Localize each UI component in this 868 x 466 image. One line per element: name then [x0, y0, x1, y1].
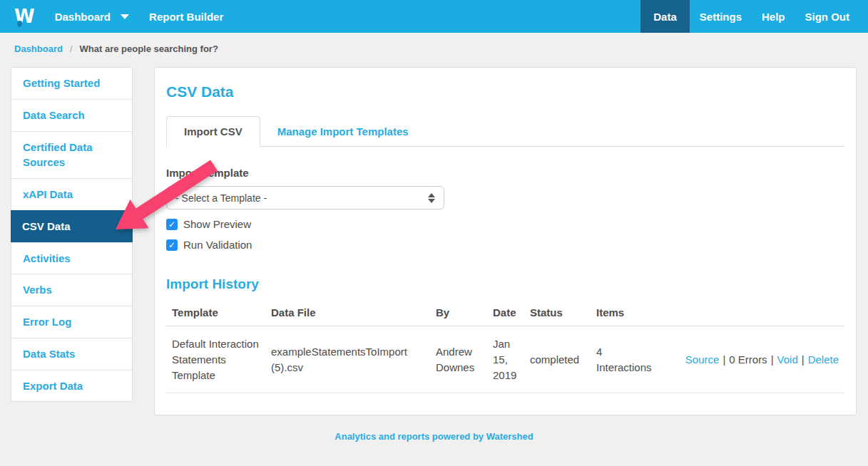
- row-actions-cell: Source|0 Errors|Void|Delete: [658, 326, 844, 393]
- nav-item-data-label: Data: [653, 11, 677, 23]
- data-sidebar: Getting Started Data Search Certified Da…: [11, 67, 133, 402]
- page-title: CSV Data: [166, 83, 844, 100]
- template-select-value: - Select a Template -: [175, 192, 267, 204]
- row-items-cell: 4 Interactions: [591, 326, 658, 393]
- top-navbar: W Dashboard Report Builder Data Settings…: [0, 0, 868, 33]
- nav-item-data[interactable]: Data: [640, 0, 690, 33]
- row-by-cell: Andrew Downes: [430, 326, 487, 393]
- errors-count-text: 0 Errors: [729, 353, 767, 366]
- select-stepper-icon: [428, 193, 435, 203]
- source-link[interactable]: Source: [685, 353, 720, 366]
- nav-item-settings[interactable]: Settings: [690, 0, 752, 33]
- action-separator: |: [802, 353, 805, 366]
- sidebar-item-getting-started[interactable]: Getting Started: [11, 68, 132, 99]
- breadcrumb-current-page: What are people searching for?: [80, 43, 218, 54]
- row-date-cell: Jan 15, 2019: [487, 326, 524, 393]
- nav-item-help[interactable]: Help: [752, 0, 795, 33]
- sidebar-item-verbs[interactable]: Verbs: [11, 274, 132, 306]
- breadcrumb-dashboard-link[interactable]: Dashboard: [14, 43, 63, 54]
- col-header-actions: [658, 299, 844, 326]
- nav-item-help-label: Help: [762, 11, 785, 23]
- sidebar-item-xapi-data[interactable]: xAPI Data: [11, 178, 132, 210]
- nav-item-report-builder-label: Report Builder: [149, 11, 223, 23]
- sidebar-item-error-log[interactable]: Error Log: [11, 306, 132, 338]
- import-template-label: Import Template: [166, 167, 844, 179]
- sidebar-item-data-stats[interactable]: Data Stats: [11, 338, 132, 370]
- run-validation-checkbox[interactable]: ✓: [166, 239, 178, 251]
- action-separator: |: [723, 353, 725, 366]
- row-template-cell: Default Interaction Statements Template: [166, 326, 265, 393]
- table-row: Default Interaction Statements Template …: [166, 326, 844, 393]
- nav-item-sign-out[interactable]: Sign Out: [795, 0, 860, 33]
- sidebar-item-data-search[interactable]: Data Search: [11, 99, 132, 131]
- powered-by-watershed-link[interactable]: Analytics and reports powered by Watersh…: [0, 431, 868, 442]
- nav-item-dashboard[interactable]: Dashboard: [45, 0, 139, 33]
- template-select[interactable]: - Select a Template -: [166, 186, 444, 209]
- col-header-template: Template: [166, 299, 265, 326]
- void-link[interactable]: Void: [777, 353, 798, 366]
- breadcrumb-separator: /: [70, 43, 73, 54]
- col-header-data-file: Data File: [265, 299, 430, 326]
- chevron-down-icon: [121, 14, 129, 19]
- sidebar-item-certified-data-sources[interactable]: Certified Data Sources: [11, 131, 132, 179]
- show-preview-label[interactable]: Show Preview: [183, 218, 251, 230]
- import-history-title: Import History: [166, 276, 844, 292]
- row-status-cell: completed: [524, 326, 591, 393]
- tab-import-csv[interactable]: Import CSV: [166, 116, 260, 147]
- nav-item-settings-label: Settings: [700, 11, 742, 23]
- csv-data-panel: CSV Data Import CSV Manage Import Templa…: [154, 67, 857, 415]
- breadcrumb: Dashboard / What are people searching fo…: [0, 33, 868, 54]
- action-separator: |: [771, 353, 774, 366]
- col-header-status: Status: [524, 299, 591, 326]
- col-header-date: Date: [487, 299, 524, 326]
- watershed-logo[interactable]: W: [0, 0, 45, 33]
- import-history-table: Template Data File By Date Status Items …: [166, 299, 844, 393]
- sidebar-item-activities[interactable]: Activities: [11, 242, 132, 274]
- sidebar-item-export-data[interactable]: Export Data: [11, 370, 132, 402]
- sidebar-item-csv-data[interactable]: CSV Data: [11, 210, 133, 242]
- show-preview-checkbox[interactable]: ✓: [166, 219, 178, 230]
- nav-item-sign-out-label: Sign Out: [805, 11, 850, 23]
- col-header-items: Items: [591, 299, 658, 326]
- run-validation-label[interactable]: Run Validation: [183, 239, 252, 251]
- row-data-file-cell: exampleStatementsToImport (5).csv: [265, 326, 430, 393]
- csv-tabbar: Import CSV Manage Import Templates: [166, 116, 844, 147]
- nav-item-dashboard-label: Dashboard: [55, 11, 111, 23]
- nav-item-report-builder[interactable]: Report Builder: [139, 0, 233, 33]
- delete-link[interactable]: Delete: [808, 353, 839, 366]
- tab-manage-import-templates[interactable]: Manage Import Templates: [260, 117, 426, 146]
- col-header-by: By: [430, 299, 487, 326]
